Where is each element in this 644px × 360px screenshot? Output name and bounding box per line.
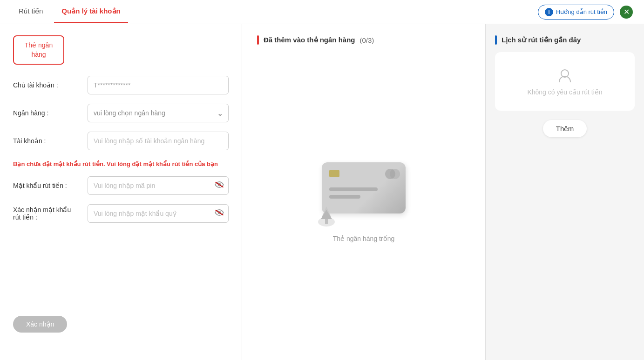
form-row-ngan-hang: Ngân hàng : vui lòng chọn ngân hàng ⌄ — [13, 104, 229, 122]
tab-bar: Rút tiền Quản lý tài khoản i Hướng dẫn r… — [0, 0, 644, 24]
select-ngan-hang[interactable]: vui lòng chọn ngân hàng — [88, 104, 229, 122]
form-row-chu-tai-khoan: Chủ tài khoản : — [13, 76, 229, 94]
warning-text: Bạn chưa đặt mật khẩu rút tiền. Vui lòng… — [13, 160, 229, 169]
section-title-bank: Đã thêm vào thẻ ngân hàng (0/3) — [257, 35, 470, 45]
bank-section-label: Đã thêm vào thẻ ngân hàng — [264, 36, 355, 44]
svg-marker-7 — [321, 210, 332, 219]
confirm-button[interactable]: Xác nhận — [13, 316, 67, 333]
eye-icon-mat-khau[interactable] — [215, 181, 224, 190]
card-line-1 — [329, 187, 378, 191]
close-button[interactable]: ✕ — [620, 6, 633, 19]
history-title: Lịch sử rút tiền gần đây — [495, 35, 635, 45]
title-bar-blue — [495, 35, 497, 45]
label-ngan-hang: Ngân hàng : — [13, 109, 88, 117]
bank-count: (0/3) — [360, 36, 374, 44]
history-section-label: Lịch sử rút tiền gần đây — [502, 36, 581, 44]
close-icon: ✕ — [624, 7, 630, 16]
select-wrapper-ngan-hang: vui lòng chọn ngân hàng ⌄ — [88, 104, 229, 122]
input-xac-nhan-mat-khau[interactable] — [88, 204, 229, 223]
left-panel: Thẻ ngânhàng Chủ tài khoản : Ngân hàng :… — [0, 24, 242, 360]
tab-quan-ly-tai-khoan[interactable]: Quản lý tài khoản — [54, 0, 128, 23]
form-row-mat-khau: Mật khẩu rút tiền : — [13, 176, 229, 195]
label-xac-nhan-mat-khau: Xác nhận mật khẩurút tiền : — [13, 206, 88, 221]
label-mat-khau-rut-tien: Mật khẩu rút tiền : — [13, 182, 88, 189]
input-tai-khoan[interactable] — [88, 132, 229, 150]
form-row-xac-nhan-mat-khau: Xác nhận mật khẩurút tiền : — [13, 204, 229, 223]
label-chu-tai-khoan: Chủ tài khoản : — [13, 81, 88, 89]
main-content: Thẻ ngânhàng Chủ tài khoản : Ngân hàng :… — [0, 24, 644, 360]
guide-button[interactable]: i Hướng dẫn rút tiền — [538, 5, 614, 20]
card-type-button[interactable]: Thẻ ngânhàng — [13, 35, 64, 65]
history-card: Không có yêu cầu rút tiền — [495, 52, 635, 111]
them-button[interactable]: Thêm — [543, 120, 587, 137]
eye-icon-xac-nhan[interactable] — [215, 209, 224, 218]
card-circle — [390, 169, 400, 179]
no-request-text: Không có yêu cầu rút tiền — [527, 88, 602, 96]
label-tai-khoan: Tài khoản : — [13, 137, 88, 145]
form-row-tai-khoan: Tài khoản : — [13, 132, 229, 150]
tab-rut-tien[interactable]: Rút tiền — [11, 0, 50, 23]
input-wrapper-mat-khau — [88, 176, 229, 195]
info-icon: i — [545, 8, 553, 16]
card-chip — [329, 170, 339, 177]
right-panel: Lịch sử rút tiền gần đây Không có yêu cầ… — [486, 24, 644, 360]
empty-card-area: Thẻ ngân hàng trống — [257, 56, 470, 349]
input-mat-khau-rut-tien[interactable] — [88, 176, 229, 195]
card-line-2 — [329, 195, 360, 199]
guide-label: Hướng dẫn rút tiền — [556, 8, 607, 15]
header-right: i Hướng dẫn rút tiền ✕ — [538, 5, 633, 20]
input-wrapper-xac-nhan — [88, 204, 229, 223]
tree-decoration — [317, 204, 345, 227]
empty-card-text: Thẻ ngân hàng trống — [333, 235, 394, 242]
no-request-icon — [556, 67, 573, 84]
title-bar-red — [257, 35, 259, 45]
card-illustration — [317, 162, 410, 227]
input-chu-tai-khoan[interactable] — [88, 76, 229, 94]
middle-panel: Đã thêm vào thẻ ngân hàng (0/3) — [242, 24, 486, 360]
